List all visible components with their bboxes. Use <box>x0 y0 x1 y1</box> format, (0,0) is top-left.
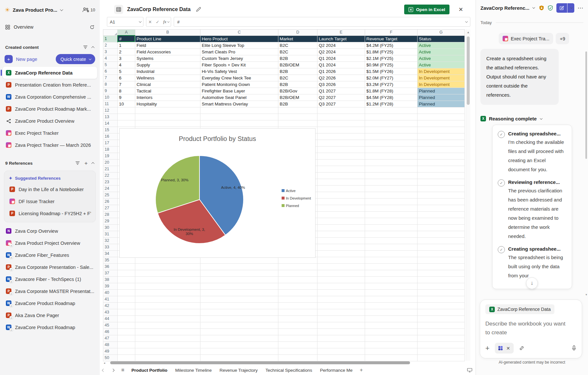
confirm-entry-icon[interactable]: ✓ <box>156 20 159 24</box>
row-header[interactable]: 18 <box>103 146 118 153</box>
cell[interactable]: $1.8M (FY25) <box>365 49 418 55</box>
cell[interactable]: Market <box>278 35 317 42</box>
sidebar-item[interactable]: W∞ZavaCore Product Roadmap <box>3 297 97 309</box>
sidebar-item[interactable]: ZavaCore Product Overview <box>3 115 97 127</box>
cell[interactable] <box>418 160 465 166</box>
cell[interactable] <box>317 225 365 231</box>
cell[interactable] <box>365 133 418 140</box>
cell[interactable] <box>418 212 465 218</box>
mic-icon[interactable] <box>571 345 577 351</box>
collapse-icon[interactable] <box>91 162 95 165</box>
cell[interactable] <box>365 309 418 316</box>
row-header[interactable]: 31 <box>103 231 118 238</box>
row-header[interactable]: 7 <box>103 75 118 81</box>
cell[interactable]: Industrial <box>135 68 200 75</box>
cell[interactable]: 8 <box>118 88 135 94</box>
cell[interactable] <box>118 316 135 322</box>
row-header[interactable]: 50 <box>103 355 118 361</box>
cell[interactable] <box>200 316 278 322</box>
cell[interactable] <box>365 107 418 114</box>
cell[interactable] <box>278 296 317 303</box>
close-icon[interactable]: ✕ <box>459 6 463 13</box>
cell[interactable]: Clinical <box>135 81 200 88</box>
cell[interactable]: Hero Product <box>200 35 278 42</box>
cell[interactable] <box>135 355 200 361</box>
cell[interactable]: Revenue Target <box>365 35 418 42</box>
cell[interactable] <box>278 348 317 355</box>
cell[interactable] <box>200 120 278 127</box>
cell[interactable] <box>317 192 365 199</box>
cell[interactable] <box>365 335 418 342</box>
cell[interactable]: Q1 2024 <box>317 62 365 68</box>
sidebar-item[interactable]: XZavaCorp Reference Data <box>3 67 97 79</box>
cell[interactable]: Q1 2024 <box>317 55 365 62</box>
row-header[interactable]: 20 <box>103 160 118 166</box>
cell[interactable] <box>365 199 418 205</box>
pie-chart-object[interactable]: Product Portfolio by StatusActive, 4, 40… <box>119 128 316 258</box>
cell[interactable] <box>317 231 365 238</box>
more-options-icon[interactable]: ⋯ <box>578 5 583 11</box>
cell[interactable]: Active <box>418 49 465 55</box>
cell[interactable] <box>118 342 135 348</box>
sidebar-item[interactable]: P∞Zava Corporate Presentation - Sale... <box>3 261 97 273</box>
workspace-switcher[interactable]: ☀ Zava Product Pro... 10 <box>0 4 100 16</box>
cell[interactable] <box>418 264 465 270</box>
row-header[interactable]: 32 <box>103 238 118 244</box>
cell[interactable]: Q3 2027 <box>317 101 365 107</box>
cell[interactable] <box>317 277 365 283</box>
cell[interactable] <box>365 355 418 361</box>
cell[interactable]: Wellness <box>135 75 200 81</box>
cell[interactable] <box>135 114 200 120</box>
scroll-left-arrow[interactable]: ◂ <box>104 361 105 365</box>
cell[interactable] <box>118 355 135 361</box>
cell[interactable] <box>135 296 200 303</box>
cell[interactable] <box>418 283 465 290</box>
cell[interactable] <box>278 342 317 348</box>
cell[interactable]: Hospitality <box>135 101 200 107</box>
cell[interactable] <box>118 120 135 127</box>
row-header[interactable]: 30 <box>103 225 118 231</box>
cell[interactable] <box>317 329 365 335</box>
cell[interactable] <box>118 296 135 303</box>
composer-placeholder[interactable]: Describe the workbook you want to create <box>485 319 570 337</box>
row-header[interactable]: 49 <box>103 348 118 355</box>
cell[interactable]: $4.5M (FY28) <box>365 94 418 101</box>
row-header[interactable]: 26 <box>103 199 118 205</box>
new-chat-button[interactable] <box>556 3 567 13</box>
cell[interactable]: Interiors <box>135 94 200 101</box>
cell[interactable]: B2C <box>278 49 317 55</box>
cell[interactable]: $2.0M (FY27) <box>365 75 418 81</box>
cell[interactable] <box>135 348 200 355</box>
cell[interactable] <box>135 264 200 270</box>
cell[interactable] <box>278 257 317 264</box>
cell[interactable] <box>200 277 278 283</box>
cell[interactable] <box>118 257 135 264</box>
sheet-tab[interactable]: Revenue Trajectory <box>219 368 257 373</box>
cell[interactable]: Smart Mattress Overlay <box>200 101 278 107</box>
row-header[interactable]: 37 <box>103 270 118 277</box>
cell[interactable] <box>365 212 418 218</box>
sidebar-item[interactable]: NZava Corp Overview <box>3 225 97 237</box>
cell[interactable]: 4 <box>118 62 135 68</box>
row-header[interactable]: 39 <box>103 283 118 290</box>
row-header[interactable]: 15 <box>103 127 118 133</box>
cell[interactable] <box>317 153 365 160</box>
cell[interactable] <box>365 173 418 179</box>
row-header[interactable]: 34 <box>103 251 118 257</box>
cell[interactable]: 10 <box>118 101 135 107</box>
cell[interactable]: Active <box>418 42 465 49</box>
insert-function-button[interactable]: fx <box>163 19 169 24</box>
cell[interactable] <box>418 238 465 244</box>
cell[interactable] <box>418 296 465 303</box>
new-page-button[interactable]: + New page <box>5 55 37 63</box>
cell[interactable] <box>118 277 135 283</box>
row-header[interactable]: 44 <box>103 316 118 322</box>
cell[interactable] <box>418 316 465 322</box>
chevron-down-icon[interactable] <box>532 6 535 8</box>
cell[interactable] <box>365 342 418 348</box>
cell[interactable]: B2C <box>278 42 317 49</box>
cell[interactable] <box>317 296 365 303</box>
cell[interactable]: B2B/OEM <box>278 62 317 68</box>
chevron-down-icon[interactable] <box>540 117 542 119</box>
cell[interactable] <box>418 309 465 316</box>
